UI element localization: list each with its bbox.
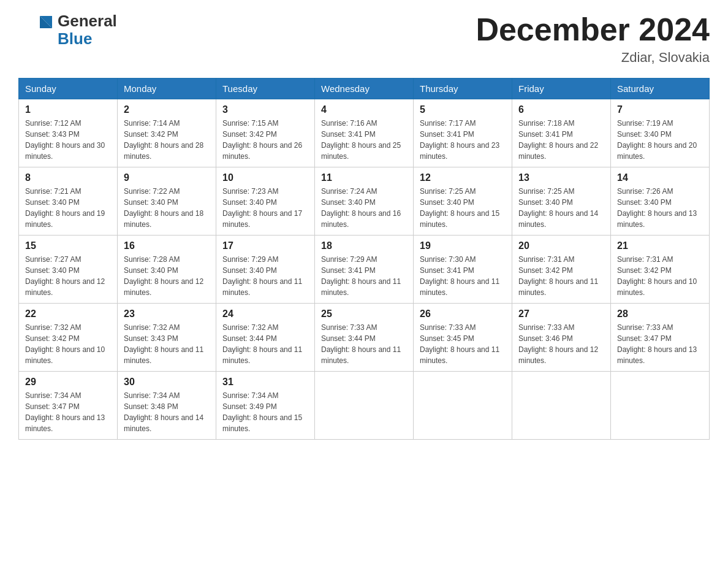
day-info: Sunrise: 7:34 AM Sunset: 3:47 PM Dayligh…	[25, 390, 111, 434]
sunset-label: Sunset: 3:45 PM	[420, 334, 474, 343]
daylight-label: Daylight: 8 hours and 10 minutes.	[25, 345, 105, 365]
table-row: 23 Sunrise: 7:32 AM Sunset: 3:43 PM Dayl…	[118, 304, 216, 372]
daylight-label: Daylight: 8 hours and 20 minutes.	[617, 141, 697, 161]
calendar-week-row: 22 Sunrise: 7:32 AM Sunset: 3:42 PM Dayl…	[19, 304, 710, 372]
day-number: 27	[518, 308, 604, 320]
day-number: 25	[321, 308, 407, 320]
location: Zdiar, Slovakia	[476, 50, 710, 66]
daylight-label: Daylight: 8 hours and 25 minutes.	[321, 141, 401, 161]
day-info: Sunrise: 7:31 AM Sunset: 3:42 PM Dayligh…	[518, 254, 604, 298]
daylight-label: Daylight: 8 hours and 11 minutes.	[222, 277, 302, 297]
day-info: Sunrise: 7:19 AM Sunset: 3:40 PM Dayligh…	[617, 118, 703, 162]
sunset-label: Sunset: 3:41 PM	[518, 130, 573, 139]
day-info: Sunrise: 7:32 AM Sunset: 3:44 PM Dayligh…	[222, 322, 308, 366]
table-row: 21 Sunrise: 7:31 AM Sunset: 3:42 PM Dayl…	[611, 236, 710, 304]
day-number: 5	[420, 104, 506, 115]
page-header: General Blue December 2024 Zdiar, Slovak…	[18, 12, 710, 66]
table-row: 29 Sunrise: 7:34 AM Sunset: 3:47 PM Dayl…	[19, 372, 118, 440]
sunrise-label: Sunrise: 7:32 AM	[222, 323, 278, 332]
table-row: 14 Sunrise: 7:26 AM Sunset: 3:40 PM Dayl…	[611, 167, 710, 236]
daylight-label: Daylight: 8 hours and 13 minutes.	[617, 209, 697, 229]
sunset-label: Sunset: 3:41 PM	[420, 266, 474, 275]
title-section: December 2024 Zdiar, Slovakia	[476, 12, 710, 66]
sunrise-label: Sunrise: 7:18 AM	[518, 119, 574, 128]
sunset-label: Sunset: 3:41 PM	[420, 130, 474, 139]
day-number: 1	[25, 104, 111, 115]
sunrise-label: Sunrise: 7:33 AM	[420, 323, 476, 332]
sunset-label: Sunset: 3:40 PM	[222, 266, 277, 275]
day-info: Sunrise: 7:34 AM Sunset: 3:49 PM Dayligh…	[222, 390, 308, 434]
logo: General Blue	[18, 12, 117, 47]
day-info: Sunrise: 7:34 AM Sunset: 3:48 PM Dayligh…	[124, 390, 210, 434]
calendar-header-row: Sunday Monday Tuesday Wednesday Thursday…	[19, 79, 710, 99]
calendar-week-row: 15 Sunrise: 7:27 AM Sunset: 3:40 PM Dayl…	[19, 236, 710, 304]
table-row: 25 Sunrise: 7:33 AM Sunset: 3:44 PM Dayl…	[315, 304, 414, 372]
daylight-label: Daylight: 8 hours and 11 minutes.	[124, 345, 203, 365]
daylight-label: Daylight: 8 hours and 14 minutes.	[518, 209, 598, 229]
table-row: 20 Sunrise: 7:31 AM Sunset: 3:42 PM Dayl…	[512, 236, 611, 304]
table-row: 6 Sunrise: 7:18 AM Sunset: 3:41 PM Dayli…	[512, 99, 611, 167]
sunset-label: Sunset: 3:40 PM	[321, 198, 376, 207]
sunrise-label: Sunrise: 7:21 AM	[25, 187, 81, 196]
day-number: 28	[617, 308, 703, 320]
daylight-label: Daylight: 8 hours and 12 minutes.	[124, 277, 203, 297]
day-number: 19	[420, 240, 506, 251]
daylight-label: Daylight: 8 hours and 12 minutes.	[25, 277, 105, 297]
sunrise-label: Sunrise: 7:22 AM	[124, 187, 180, 196]
sunrise-label: Sunrise: 7:25 AM	[420, 187, 476, 196]
calendar-week-row: 8 Sunrise: 7:21 AM Sunset: 3:40 PM Dayli…	[19, 167, 710, 236]
sunset-label: Sunset: 3:40 PM	[518, 198, 573, 207]
day-info: Sunrise: 7:29 AM Sunset: 3:41 PM Dayligh…	[321, 254, 407, 298]
daylight-label: Daylight: 8 hours and 11 minutes.	[222, 345, 302, 365]
sunset-label: Sunset: 3:40 PM	[25, 266, 80, 275]
calendar-body: 1 Sunrise: 7:12 AM Sunset: 3:43 PM Dayli…	[19, 99, 710, 440]
sunrise-label: Sunrise: 7:33 AM	[321, 323, 377, 332]
daylight-label: Daylight: 8 hours and 13 minutes.	[617, 345, 697, 365]
day-info: Sunrise: 7:32 AM Sunset: 3:42 PM Dayligh…	[25, 322, 111, 366]
day-info: Sunrise: 7:23 AM Sunset: 3:40 PM Dayligh…	[222, 186, 308, 230]
sunset-label: Sunset: 3:41 PM	[321, 130, 376, 139]
daylight-label: Daylight: 8 hours and 22 minutes.	[518, 141, 598, 161]
sunset-label: Sunset: 3:40 PM	[617, 130, 672, 139]
day-info: Sunrise: 7:17 AM Sunset: 3:41 PM Dayligh…	[420, 118, 506, 162]
sunset-label: Sunset: 3:43 PM	[124, 334, 178, 343]
table-row: 19 Sunrise: 7:30 AM Sunset: 3:41 PM Dayl…	[414, 236, 512, 304]
daylight-label: Daylight: 8 hours and 30 minutes.	[25, 141, 105, 161]
day-info: Sunrise: 7:16 AM Sunset: 3:41 PM Dayligh…	[321, 118, 407, 162]
sunrise-label: Sunrise: 7:16 AM	[321, 119, 377, 128]
sunset-label: Sunset: 3:40 PM	[124, 266, 178, 275]
sunrise-label: Sunrise: 7:15 AM	[222, 119, 278, 128]
sunset-label: Sunset: 3:44 PM	[222, 334, 277, 343]
day-number: 15	[25, 240, 111, 251]
sunrise-label: Sunrise: 7:34 AM	[124, 391, 180, 400]
table-row	[414, 372, 512, 440]
day-info: Sunrise: 7:33 AM Sunset: 3:46 PM Dayligh…	[518, 322, 604, 366]
sunrise-label: Sunrise: 7:27 AM	[25, 255, 81, 264]
sunrise-label: Sunrise: 7:19 AM	[617, 119, 673, 128]
day-number: 3	[222, 104, 308, 115]
day-number: 14	[617, 172, 703, 183]
sunrise-label: Sunrise: 7:29 AM	[321, 255, 377, 264]
month-title: December 2024	[476, 12, 710, 47]
day-info: Sunrise: 7:18 AM Sunset: 3:41 PM Dayligh…	[518, 118, 604, 162]
sunrise-label: Sunrise: 7:34 AM	[222, 391, 278, 400]
day-info: Sunrise: 7:26 AM Sunset: 3:40 PM Dayligh…	[617, 186, 703, 230]
table-row: 31 Sunrise: 7:34 AM Sunset: 3:49 PM Dayl…	[216, 372, 315, 440]
day-info: Sunrise: 7:33 AM Sunset: 3:45 PM Dayligh…	[420, 322, 506, 366]
table-row	[611, 372, 710, 440]
header-monday: Monday	[118, 79, 216, 99]
table-row: 8 Sunrise: 7:21 AM Sunset: 3:40 PM Dayli…	[19, 167, 118, 236]
daylight-label: Daylight: 8 hours and 15 minutes.	[420, 209, 499, 229]
table-row: 9 Sunrise: 7:22 AM Sunset: 3:40 PM Dayli…	[118, 167, 216, 236]
sunset-label: Sunset: 3:43 PM	[25, 130, 80, 139]
calendar-week-row: 29 Sunrise: 7:34 AM Sunset: 3:47 PM Dayl…	[19, 372, 710, 440]
day-number: 31	[222, 377, 308, 388]
daylight-label: Daylight: 8 hours and 14 minutes.	[124, 413, 203, 433]
day-number: 2	[124, 104, 210, 115]
day-number: 9	[124, 172, 210, 183]
sunrise-label: Sunrise: 7:14 AM	[124, 119, 180, 128]
header-sunday: Sunday	[19, 79, 118, 99]
logo-blue-text: Blue	[58, 29, 92, 48]
sunset-label: Sunset: 3:48 PM	[124, 402, 178, 411]
table-row: 2 Sunrise: 7:14 AM Sunset: 3:42 PM Dayli…	[118, 99, 216, 167]
